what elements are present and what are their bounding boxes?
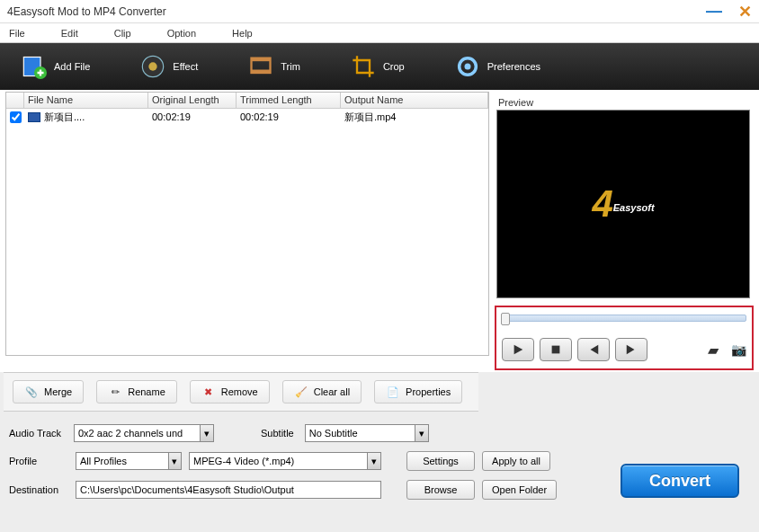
preferences-button[interactable]: Preferences xyxy=(455,54,540,79)
next-button[interactable] xyxy=(615,338,647,361)
crop-button[interactable]: Crop xyxy=(351,54,405,79)
snapshot-icon[interactable]: 📷 xyxy=(731,342,746,357)
profile-select[interactable] xyxy=(189,452,368,470)
header-trimmed-length[interactable]: Trimmed Length xyxy=(237,93,341,108)
header-original-length[interactable]: Original Length xyxy=(148,93,237,108)
merge-button[interactable]: 📎Merge xyxy=(13,380,84,403)
minimize-icon[interactable]: — xyxy=(706,2,722,21)
effect-button[interactable]: Effect xyxy=(140,54,198,79)
add-file-icon xyxy=(22,54,47,79)
row-checkbox[interactable] xyxy=(10,111,22,123)
crop-icon xyxy=(351,54,376,79)
action-bar: 📎Merge ✏Rename ✖Remove 🧹Clear all 📄Prope… xyxy=(4,372,478,412)
rename-button[interactable]: ✏Rename xyxy=(96,380,177,403)
playback-controls: ▰ 📷 xyxy=(495,306,754,370)
browse-button[interactable]: Browse xyxy=(406,480,475,500)
play-button[interactable] xyxy=(502,338,534,361)
clear-icon: 🧹 xyxy=(294,385,308,399)
preview-label: Preview xyxy=(498,97,754,108)
bracket-icon[interactable]: ▰ xyxy=(708,341,719,359)
merge-icon: 📎 xyxy=(24,385,39,399)
destination-label: Destination xyxy=(9,484,68,495)
chevron-down-icon[interactable]: ▾ xyxy=(169,452,182,470)
apply-to-all-button[interactable]: Apply to all xyxy=(482,451,550,471)
audiotrack-label: Audio Track xyxy=(9,428,68,439)
profile-label: Profile xyxy=(9,456,68,466)
header-output-name[interactable]: Output Name xyxy=(341,93,488,108)
add-file-button[interactable]: Add File xyxy=(22,54,90,79)
trim-button[interactable]: Trim xyxy=(248,54,300,79)
menu-file[interactable]: File xyxy=(9,28,25,39)
menu-bar: File Edit Clip Option Help xyxy=(0,23,759,43)
properties-button[interactable]: 📄Properties xyxy=(374,380,462,403)
video-icon xyxy=(28,112,40,122)
preview-area: 4Easysoft xyxy=(496,110,750,298)
svg-rect-5 xyxy=(252,58,271,62)
convert-button[interactable]: Convert xyxy=(621,464,739,498)
file-list: File Name Original Length Trimmed Length… xyxy=(5,92,489,356)
profile-group-select[interactable] xyxy=(76,452,169,470)
audiotrack-select[interactable] xyxy=(74,424,201,442)
seek-slider[interactable] xyxy=(502,315,746,322)
list-header: File Name Original Length Trimmed Length… xyxy=(6,93,488,109)
destination-input[interactable] xyxy=(76,481,381,499)
menu-clip[interactable]: Clip xyxy=(114,28,131,39)
stop-button[interactable] xyxy=(540,338,572,361)
main-toolbar: Add File Effect Trim Crop Preferences xyxy=(0,43,759,90)
svg-point-8 xyxy=(464,64,470,70)
header-filename[interactable]: File Name xyxy=(24,93,148,108)
rename-icon: ✏ xyxy=(108,385,122,399)
remove-icon: ✖ xyxy=(201,385,216,399)
settings-button[interactable]: Settings xyxy=(406,451,475,471)
chevron-down-icon[interactable]: ▾ xyxy=(368,452,381,470)
gear-icon xyxy=(455,54,480,79)
chevron-down-icon[interactable]: ▾ xyxy=(415,424,428,442)
properties-icon: 📄 xyxy=(386,385,400,399)
remove-button[interactable]: ✖Remove xyxy=(190,380,270,403)
prev-button[interactable] xyxy=(577,338,610,361)
menu-option[interactable]: Option xyxy=(167,28,196,39)
list-row[interactable]: 新项目.... 00:02:19 00:02:19 新项目.mp4 xyxy=(6,109,488,125)
menu-help[interactable]: Help xyxy=(232,28,253,39)
svg-rect-9 xyxy=(552,346,560,354)
chevron-down-icon[interactable]: ▾ xyxy=(201,424,214,442)
menu-edit[interactable]: Edit xyxy=(61,28,78,39)
window-title: 4Easysoft Mod to MP4 Converter xyxy=(7,5,166,18)
open-folder-button[interactable]: Open Folder xyxy=(482,480,557,500)
subtitle-select[interactable] xyxy=(305,424,416,442)
subtitle-label: Subtitle xyxy=(261,428,294,439)
effect-icon xyxy=(140,54,165,79)
trim-icon xyxy=(248,54,273,79)
close-icon[interactable]: ✕ xyxy=(738,2,752,22)
clear-all-button[interactable]: 🧹Clear all xyxy=(282,380,362,403)
svg-rect-6 xyxy=(252,70,271,74)
svg-point-3 xyxy=(149,62,157,70)
title-bar: 4Easysoft Mod to MP4 Converter — ✕ xyxy=(0,0,759,23)
